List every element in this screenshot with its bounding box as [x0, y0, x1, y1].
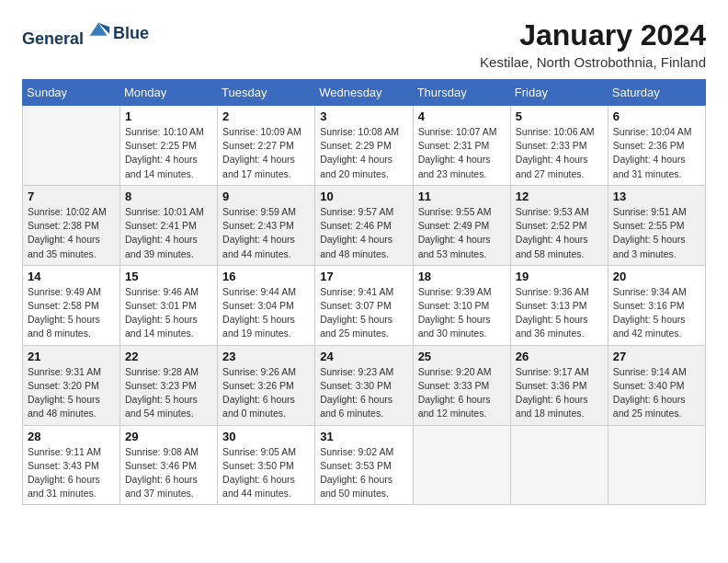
day-number: 28	[28, 430, 115, 443]
day-info: Sunrise: 10:08 AM Sunset: 2:29 PM Daylig…	[320, 125, 407, 181]
logo-text: General	[22, 18, 111, 49]
calendar-day-cell: 27Sunrise: 9:14 AM Sunset: 3:40 PM Dayli…	[608, 345, 705, 425]
calendar-day-cell: 20Sunrise: 9:34 AM Sunset: 3:16 PM Dayli…	[608, 265, 705, 345]
day-info: Sunrise: 9:23 AM Sunset: 3:30 PM Dayligh…	[320, 365, 407, 421]
day-info: Sunrise: 9:51 AM Sunset: 2:55 PM Dayligh…	[613, 205, 700, 261]
day-number: 30	[222, 430, 310, 443]
day-number: 9	[222, 190, 310, 203]
day-info: Sunrise: 9:57 AM Sunset: 2:46 PM Dayligh…	[320, 205, 407, 261]
header-cell-tuesday: Tuesday	[218, 80, 315, 106]
header-cell-thursday: Thursday	[413, 80, 510, 106]
day-info: Sunrise: 9:11 AM Sunset: 3:43 PM Dayligh…	[28, 445, 115, 501]
day-number: 17	[320, 270, 407, 283]
day-info: Sunrise: 9:49 AM Sunset: 2:58 PM Dayligh…	[28, 285, 115, 341]
calendar-day-cell: 12Sunrise: 9:53 AM Sunset: 2:52 PM Dayli…	[510, 185, 608, 265]
day-info: Sunrise: 10:07 AM Sunset: 2:31 PM Daylig…	[418, 125, 506, 181]
day-number: 20	[613, 270, 700, 283]
day-info: Sunrise: 9:55 AM Sunset: 2:49 PM Dayligh…	[418, 205, 506, 261]
calendar-day-cell: 9Sunrise: 9:59 AM Sunset: 2:43 PM Daylig…	[218, 185, 315, 265]
day-info: Sunrise: 9:20 AM Sunset: 3:33 PM Dayligh…	[418, 365, 506, 421]
calendar-week-row: 7Sunrise: 10:02 AM Sunset: 2:38 PM Dayli…	[23, 185, 706, 265]
calendar-day-cell: 24Sunrise: 9:23 AM Sunset: 3:30 PM Dayli…	[315, 345, 413, 425]
calendar-day-cell	[608, 425, 705, 505]
calendar-day-cell: 5Sunrise: 10:06 AM Sunset: 2:33 PM Dayli…	[510, 106, 608, 186]
day-number: 21	[28, 350, 115, 363]
day-info: Sunrise: 9:08 AM Sunset: 3:46 PM Dayligh…	[125, 445, 212, 501]
calendar-day-cell: 30Sunrise: 9:05 AM Sunset: 3:50 PM Dayli…	[218, 425, 315, 505]
day-info: Sunrise: 9:59 AM Sunset: 2:43 PM Dayligh…	[222, 205, 310, 261]
calendar-day-cell: 13Sunrise: 9:51 AM Sunset: 2:55 PM Dayli…	[608, 185, 705, 265]
day-number: 31	[320, 430, 407, 443]
day-number: 22	[125, 350, 212, 363]
calendar-week-row: 14Sunrise: 9:49 AM Sunset: 2:58 PM Dayli…	[23, 265, 706, 345]
header-cell-sunday: Sunday	[23, 80, 120, 106]
day-number: 3	[320, 109, 407, 123]
calendar-day-cell: 3Sunrise: 10:08 AM Sunset: 2:29 PM Dayli…	[315, 106, 413, 186]
day-number: 8	[125, 190, 212, 203]
calendar-day-cell: 14Sunrise: 9:49 AM Sunset: 2:58 PM Dayli…	[23, 265, 120, 345]
title-area: January 2024 Kestilae, North Ostrobothni…	[480, 18, 706, 70]
logo: General Blue	[22, 18, 149, 49]
header-cell-friday: Friday	[510, 80, 608, 106]
calendar-day-cell: 26Sunrise: 9:17 AM Sunset: 3:36 PM Dayli…	[510, 345, 608, 425]
day-number: 4	[418, 109, 506, 123]
day-info: Sunrise: 9:53 AM Sunset: 2:52 PM Dayligh…	[516, 205, 603, 261]
calendar-day-cell: 25Sunrise: 9:20 AM Sunset: 3:33 PM Dayli…	[413, 345, 510, 425]
day-number: 7	[28, 190, 115, 203]
calendar-day-cell: 10Sunrise: 9:57 AM Sunset: 2:46 PM Dayli…	[315, 185, 413, 265]
calendar-week-row: 21Sunrise: 9:31 AM Sunset: 3:20 PM Dayli…	[23, 345, 706, 425]
calendar-day-cell: 22Sunrise: 9:28 AM Sunset: 3:23 PM Dayli…	[120, 345, 218, 425]
calendar-day-cell: 31Sunrise: 9:02 AM Sunset: 3:53 PM Dayli…	[315, 425, 413, 505]
day-number: 23	[222, 350, 310, 363]
day-number: 14	[28, 270, 115, 283]
calendar-day-cell: 11Sunrise: 9:55 AM Sunset: 2:49 PM Dayli…	[413, 185, 510, 265]
day-info: Sunrise: 9:46 AM Sunset: 3:01 PM Dayligh…	[125, 285, 212, 341]
day-number: 24	[320, 350, 407, 363]
day-number: 15	[125, 270, 212, 283]
location-title: Kestilae, North Ostrobothnia, Finland	[480, 54, 706, 70]
header-cell-monday: Monday	[120, 80, 218, 106]
svg-marker-0	[90, 23, 108, 36]
day-number: 29	[125, 430, 212, 443]
calendar-day-cell	[23, 106, 120, 186]
calendar-day-cell: 1Sunrise: 10:10 AM Sunset: 2:25 PM Dayli…	[120, 106, 218, 186]
calendar-header-row: SundayMondayTuesdayWednesdayThursdayFrid…	[23, 80, 706, 106]
day-number: 25	[418, 350, 506, 363]
day-info: Sunrise: 9:36 AM Sunset: 3:13 PM Dayligh…	[516, 285, 603, 341]
day-info: Sunrise: 9:02 AM Sunset: 3:53 PM Dayligh…	[320, 445, 407, 501]
calendar-day-cell: 7Sunrise: 10:02 AM Sunset: 2:38 PM Dayli…	[23, 185, 120, 265]
day-number: 19	[516, 270, 603, 283]
calendar-day-cell	[413, 425, 510, 505]
day-number: 10	[320, 190, 407, 203]
header-cell-wednesday: Wednesday	[315, 80, 413, 106]
day-info: Sunrise: 9:44 AM Sunset: 3:04 PM Dayligh…	[222, 285, 310, 341]
calendar-day-cell: 19Sunrise: 9:36 AM Sunset: 3:13 PM Dayli…	[510, 265, 608, 345]
calendar-table: SundayMondayTuesdayWednesdayThursdayFrid…	[22, 79, 706, 505]
day-info: Sunrise: 9:14 AM Sunset: 3:40 PM Dayligh…	[613, 365, 700, 421]
day-number: 26	[516, 350, 603, 363]
day-number: 1	[125, 109, 212, 123]
calendar-day-cell: 18Sunrise: 9:39 AM Sunset: 3:10 PM Dayli…	[413, 265, 510, 345]
calendar-day-cell: 4Sunrise: 10:07 AM Sunset: 2:31 PM Dayli…	[413, 106, 510, 186]
calendar-day-cell: 21Sunrise: 9:31 AM Sunset: 3:20 PM Dayli…	[23, 345, 120, 425]
header-cell-saturday: Saturday	[608, 80, 705, 106]
day-info: Sunrise: 10:09 AM Sunset: 2:27 PM Daylig…	[222, 125, 310, 181]
calendar-day-cell: 2Sunrise: 10:09 AM Sunset: 2:27 PM Dayli…	[218, 106, 315, 186]
header: General Blue January 2024 Kestilae, Nort…	[22, 18, 706, 70]
calendar-day-cell: 23Sunrise: 9:26 AM Sunset: 3:26 PM Dayli…	[218, 345, 315, 425]
day-info: Sunrise: 9:05 AM Sunset: 3:50 PM Dayligh…	[222, 445, 310, 501]
day-info: Sunrise: 9:26 AM Sunset: 3:26 PM Dayligh…	[222, 365, 310, 421]
day-number: 27	[613, 350, 700, 363]
day-number: 11	[418, 190, 506, 203]
day-number: 5	[516, 109, 603, 123]
day-number: 16	[222, 270, 310, 283]
day-info: Sunrise: 9:28 AM Sunset: 3:23 PM Dayligh…	[125, 365, 212, 421]
calendar-day-cell: 28Sunrise: 9:11 AM Sunset: 3:43 PM Dayli…	[23, 425, 120, 505]
calendar-day-cell: 15Sunrise: 9:46 AM Sunset: 3:01 PM Dayli…	[120, 265, 218, 345]
day-number: 18	[418, 270, 506, 283]
calendar-day-cell: 8Sunrise: 10:01 AM Sunset: 2:41 PM Dayli…	[120, 185, 218, 265]
day-number: 13	[613, 190, 700, 203]
day-info: Sunrise: 9:17 AM Sunset: 3:36 PM Dayligh…	[516, 365, 603, 421]
month-title: January 2024	[480, 18, 706, 52]
day-number: 2	[222, 109, 310, 123]
